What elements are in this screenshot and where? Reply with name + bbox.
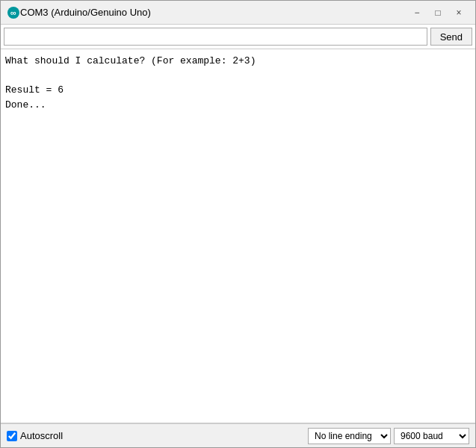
- arduino-serial-monitor-window: ∞ COM3 (Arduino/Genuino Uno) − □ × Send …: [0, 0, 476, 448]
- autoscroll-area: Autoscroll: [7, 430, 308, 441]
- serial-input[interactable]: [4, 28, 427, 46]
- line-ending-select[interactable]: No line endingNewlineCarriage returnBoth…: [308, 428, 391, 444]
- status-bar: Autoscroll No line endingNewlineCarriage…: [1, 423, 475, 447]
- title-bar: ∞ COM3 (Arduino/Genuino Uno) − □ ×: [1, 1, 475, 25]
- send-button[interactable]: Send: [430, 28, 472, 46]
- status-right: No line endingNewlineCarriage returnBoth…: [308, 428, 469, 444]
- toolbar: Send: [1, 25, 475, 49]
- window-controls: − □ ×: [407, 4, 469, 22]
- arduino-logo-icon: ∞: [7, 6, 20, 19]
- serial-output: What should I calculate? (For example: 2…: [1, 49, 475, 423]
- svg-text:∞: ∞: [10, 8, 16, 17]
- autoscroll-label: Autoscroll: [20, 430, 63, 441]
- window-title: COM3 (Arduino/Genuino Uno): [20, 7, 407, 18]
- close-button[interactable]: ×: [448, 4, 469, 22]
- minimize-button[interactable]: −: [407, 4, 427, 22]
- autoscroll-checkbox[interactable]: [7, 431, 17, 441]
- maximize-button[interactable]: □: [427, 4, 448, 22]
- baud-rate-select[interactable]: 300 baud1200 baud2400 baud4800 baud9600 …: [394, 428, 469, 444]
